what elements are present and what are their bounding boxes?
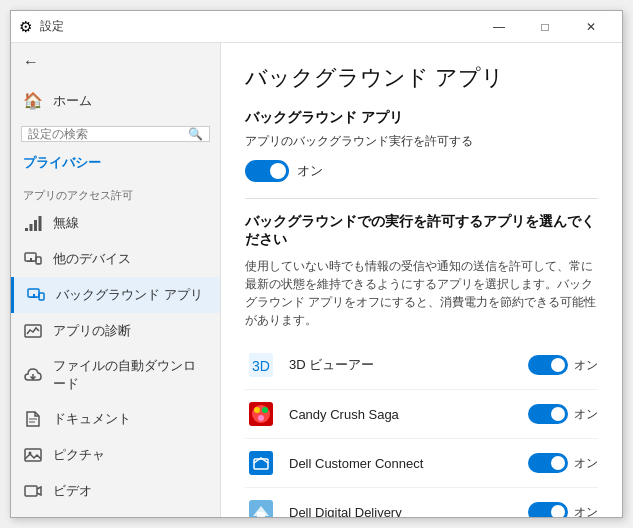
sidebar-home-label: ホーム — [53, 92, 92, 110]
app-name: Dell Digital Delivery — [289, 505, 528, 518]
sidebar-item-wireless[interactable]: 無線 — [11, 205, 220, 241]
sidebar-item-app-diagnostics-label: アプリの診断 — [53, 322, 131, 340]
svg-rect-10 — [33, 294, 35, 297]
back-button[interactable]: ← — [11, 43, 220, 81]
svg-rect-2 — [34, 220, 37, 231]
svg-rect-33 — [257, 512, 265, 517]
app-list-item: Candy Crush Saga オン — [245, 390, 598, 439]
search-input[interactable] — [28, 127, 188, 141]
title-bar: ⚙ 設定 — □ ✕ — [11, 11, 622, 43]
svg-rect-7 — [36, 257, 41, 264]
svg-rect-5 — [30, 258, 32, 261]
app-toggle-label: オン — [574, 455, 598, 472]
content-area: ← 🏠 ホーム 🔍 プライバシー アプリのアクセス許可 無線 — [11, 43, 622, 517]
svg-rect-30 — [249, 451, 273, 475]
sidebar-item-documents[interactable]: ドキュメント — [11, 401, 220, 437]
app-icon — [245, 496, 277, 517]
svg-point-29 — [258, 415, 264, 421]
app-name: 3D ビューアー — [289, 356, 528, 374]
wireless-icon — [23, 213, 43, 233]
search-icon[interactable]: 🔍 — [188, 127, 203, 141]
other-devices-icon — [23, 249, 43, 269]
app-list-item: Dell Customer Connect オン — [245, 439, 598, 488]
back-icon: ← — [23, 53, 39, 71]
sidebar-item-auto-download-label: ファイルの自動ダウンロード — [53, 357, 208, 393]
settings-window: ⚙ 設定 — □ ✕ ← 🏠 ホーム 🔍 プライバシー アプリのアクセス許可 — [10, 10, 623, 518]
app-toggle-label: オン — [574, 357, 598, 374]
page-title: バックグラウンド アプリ — [245, 63, 598, 93]
app-icon — [245, 398, 277, 430]
auto-download-icon — [23, 365, 43, 385]
app-toggle-switch[interactable] — [528, 355, 568, 375]
toggle-knob — [551, 407, 565, 421]
app-icon — [245, 447, 277, 479]
svg-rect-6 — [27, 261, 34, 262]
main-content: バックグラウンド アプリ バックグラウンド アプリ アプリのバックグラウンド実行… — [221, 43, 622, 517]
search-box[interactable]: 🔍 — [21, 126, 210, 142]
section1-title: バックグラウンド アプリ — [245, 109, 598, 127]
documents-icon — [23, 409, 43, 429]
sidebar-item-wireless-label: 無線 — [53, 214, 79, 232]
app-toggle: オン — [528, 355, 598, 375]
section-divider — [245, 198, 598, 199]
close-button[interactable]: ✕ — [568, 11, 614, 43]
pictures-icon — [23, 445, 43, 465]
toggle-knob — [551, 358, 565, 372]
app-toggle: オン — [528, 502, 598, 517]
app-icon: 3D — [245, 349, 277, 381]
app-diagnostics-icon — [23, 321, 43, 341]
app-toggle-switch[interactable] — [528, 404, 568, 424]
sidebar-item-home[interactable]: 🏠 ホーム — [11, 81, 220, 120]
app-toggle: オン — [528, 404, 598, 424]
sidebar-item-videos[interactable]: ビデオ — [11, 473, 220, 509]
svg-rect-12 — [39, 293, 44, 300]
toggle-knob — [270, 163, 286, 179]
home-icon: 🏠 — [23, 91, 43, 110]
window-title: 設定 — [40, 18, 64, 35]
main-toggle[interactable] — [245, 160, 289, 182]
sidebar-item-documents-label: ドキュメント — [53, 410, 131, 428]
app-list-item: Dell Digital Delivery オン — [245, 488, 598, 517]
background-apps-icon — [26, 285, 46, 305]
sidebar-item-other-devices[interactable]: 他のデバイス — [11, 241, 220, 277]
app-name: Candy Crush Saga — [289, 407, 528, 422]
app-toggle-label: オン — [574, 504, 598, 518]
sidebar-item-file-system[interactable]: ファイル システム — [11, 509, 220, 517]
sidebar-category-label: アプリのアクセス許可 — [11, 180, 220, 205]
svg-point-28 — [262, 407, 268, 413]
window-controls: — □ ✕ — [476, 11, 614, 43]
svg-rect-18 — [25, 486, 37, 496]
app-toggle-label: オン — [574, 406, 598, 423]
sidebar-item-pictures[interactable]: ピクチャ — [11, 437, 220, 473]
app-toggle-switch[interactable] — [528, 453, 568, 473]
app-toggle: オン — [528, 453, 598, 473]
section2-title: バックグラウンドでの実行を許可するアプリを選んでください — [245, 213, 598, 249]
window-icon: ⚙ — [19, 18, 32, 36]
sidebar-item-auto-download[interactable]: ファイルの自動ダウンロード — [11, 349, 220, 401]
svg-rect-3 — [39, 216, 42, 231]
sidebar: ← 🏠 ホーム 🔍 プライバシー アプリのアクセス許可 無線 — [11, 43, 221, 517]
section2-body: 使用していない時でも情報の受信や通知の送信を許可して、常に最新の状態を維持できる… — [245, 257, 598, 329]
sidebar-item-other-devices-label: 他のデバイス — [53, 250, 131, 268]
app-name: Dell Customer Connect — [289, 456, 528, 471]
sidebar-item-background-apps[interactable]: バックグラウンド アプリ — [11, 277, 220, 313]
app-toggle-switch[interactable] — [528, 502, 568, 517]
main-toggle-row: オン — [245, 160, 598, 182]
minimize-button[interactable]: — — [476, 11, 522, 43]
privacy-label: プライバシー — [11, 148, 220, 180]
sidebar-item-pictures-label: ピクチャ — [53, 446, 105, 464]
toggle-knob — [551, 456, 565, 470]
toggle-knob — [551, 505, 565, 517]
svg-rect-8 — [38, 263, 40, 264]
sidebar-item-app-diagnostics[interactable]: アプリの診断 — [11, 313, 220, 349]
maximize-button[interactable]: □ — [522, 11, 568, 43]
svg-rect-11 — [30, 297, 37, 298]
svg-point-27 — [254, 407, 260, 413]
videos-icon — [23, 481, 43, 501]
sidebar-item-videos-label: ビデオ — [53, 482, 92, 500]
svg-text:3D: 3D — [252, 358, 270, 374]
svg-rect-16 — [25, 449, 41, 461]
main-toggle-label: オン — [297, 162, 323, 180]
app-list-item: 3D 3D ビューアー オン — [245, 341, 598, 390]
app-list: 3D 3D ビューアー オン Candy Crush Saga オン Dell … — [245, 341, 598, 517]
